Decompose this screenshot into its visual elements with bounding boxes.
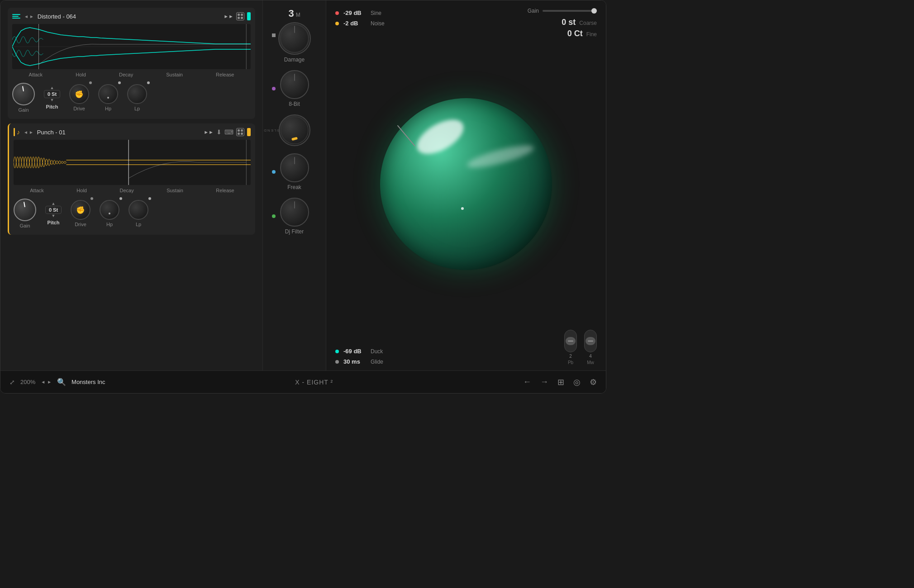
mw-item: 4 Mw xyxy=(584,330,597,365)
sampler1-hp-knob[interactable] xyxy=(98,84,118,104)
sampler1-adsr-labels: Attack Hold Decay Sustain Release xyxy=(12,72,251,77)
expand-icon[interactable]: ⤢ xyxy=(10,379,15,386)
djfilter-row: Dj Filter xyxy=(267,198,321,235)
bit8-dot xyxy=(272,87,276,90)
sampler2-hold-label: Hold xyxy=(76,188,87,193)
sampler2-pitch-display: 0 St xyxy=(45,206,62,214)
search-icon[interactable]: 🔍 xyxy=(57,378,66,386)
sphere-highlight2 xyxy=(466,141,536,172)
sphere xyxy=(380,98,552,270)
sampler2-pitch-down[interactable]: ▼ xyxy=(52,214,56,218)
damage-value: 3 xyxy=(288,8,294,19)
osc-noise-db: -2 dB xyxy=(343,20,366,27)
footer-preset-name: Monsters Inc xyxy=(71,379,105,385)
sampler2-gain-knob[interactable] xyxy=(14,199,36,221)
sampler2-hp-knob[interactable] xyxy=(100,200,119,220)
freak-label: Freak xyxy=(287,184,301,190)
sampler1-drive-knob[interactable]: ✊ xyxy=(69,84,89,104)
footer-right: ← → ⊞ ◎ ⚙ xyxy=(523,377,597,387)
pb-thumb xyxy=(566,337,576,345)
footer-back-button[interactable]: ← xyxy=(523,377,531,387)
footer: ⤢ 200% ◄ ► 🔍 Monsters Inc X - EIGHT ² ← … xyxy=(0,370,606,393)
sampler2-nav-arrows[interactable]: ◄► xyxy=(24,130,33,135)
right-top: -29 dB Sine -2 dB Noise Gain xyxy=(326,0,606,42)
sampler2-controls: ►► ⬇ ⌨ xyxy=(204,128,251,136)
osc-duck-db: -69 dB xyxy=(343,348,366,355)
sampler2-download[interactable]: ⬇ xyxy=(216,128,222,136)
pb-slider[interactable] xyxy=(564,330,577,352)
freak-knob[interactable] xyxy=(280,153,309,182)
bit8-knob[interactable] xyxy=(280,70,309,99)
sampler2-grid-icon[interactable] xyxy=(236,128,244,136)
sampler2-lp-knob[interactable] xyxy=(129,200,148,220)
gain-thumb xyxy=(591,8,597,14)
sampler1-lp-label: Lp xyxy=(134,106,140,111)
bit8-row: 8-Bit xyxy=(267,70,321,107)
mw-slider[interactable] xyxy=(584,330,597,352)
sampler1-grid-icon[interactable] xyxy=(236,12,244,20)
sampler2-adsr-labels: Attack Hold Decay Sustain Release xyxy=(14,188,251,193)
footer-nav-arrows[interactable]: ◄ ► xyxy=(41,379,52,384)
footer-forward-button[interactable]: → xyxy=(540,377,548,387)
sampler1-waveform[interactable] xyxy=(12,24,251,69)
damage-unit: M xyxy=(296,12,300,18)
sampler2-color-bar xyxy=(247,128,251,136)
svg-rect-12 xyxy=(291,137,297,141)
sampler1-pitch-stepper: ▲ 0 St ▼ xyxy=(44,86,60,102)
osc-glide-name: Glide xyxy=(371,359,383,365)
blend-label-side: BLEND xyxy=(263,128,280,133)
sampler1-lp-group: Lp xyxy=(127,84,147,111)
sampler2-lp-group: Lp xyxy=(129,200,148,227)
pb-mw-row: 2 Pb 4 Mw xyxy=(564,330,597,365)
svg-point-10 xyxy=(280,24,308,52)
sampler2-note-icon: ♪ xyxy=(17,128,20,136)
pb-item: 2 Pb xyxy=(564,330,577,365)
pb-value: 2 xyxy=(569,354,572,359)
sphere-container[interactable] xyxy=(326,42,606,326)
sampler1-header: ◄► Distorted - 064 ►► xyxy=(12,12,251,20)
sampler1-pitch-up[interactable]: ▲ xyxy=(50,86,54,90)
osc-noise-name: Noise xyxy=(371,20,385,27)
osc-sine-dot xyxy=(335,11,339,15)
footer-back-arrow[interactable]: ◄ xyxy=(41,379,45,384)
footer-record-button[interactable]: ◎ xyxy=(573,377,581,387)
fine-value: 0 Ct xyxy=(567,29,583,38)
coarse-row: 0 st Coarse xyxy=(562,18,597,27)
gain-slider[interactable] xyxy=(543,10,597,12)
sampler1-nav-arrows[interactable]: ◄► xyxy=(24,14,34,19)
osc-noise-dot xyxy=(335,22,339,25)
sampler1-gain-knob[interactable] xyxy=(12,83,35,105)
sampler1-pitch-down[interactable]: ▼ xyxy=(50,98,54,102)
coarse-label: Coarse xyxy=(579,20,597,26)
sampler1-lp-knob[interactable] xyxy=(127,84,147,104)
sampler2-waveform[interactable] xyxy=(14,140,251,185)
blend-knob[interactable] xyxy=(279,114,310,146)
sampler2-block: ♪ ◄► Punch - 01 ►► ⬇ ⌨ xyxy=(8,123,255,235)
footer-forward-arrow[interactable]: ► xyxy=(47,379,52,384)
sampler2-decay-label: Decay xyxy=(119,188,133,193)
master-controls: Gain 0 st Coarse 0 Ct Fine xyxy=(528,8,597,38)
pitch-params: 0 st Coarse 0 Ct Fine xyxy=(562,18,597,38)
right-bottom: -69 dB Duck 30 ms Glide xyxy=(326,326,606,370)
menu-icon[interactable] xyxy=(12,14,20,19)
sampler2-piano[interactable]: ⌨ xyxy=(224,128,233,136)
bottom-osc-list: -69 dB Duck 30 ms Glide xyxy=(335,348,383,365)
damage-row: 3 M Damage xyxy=(267,8,321,63)
footer-left: ⤢ 200% ◄ ► 🔍 Monsters Inc xyxy=(10,378,105,386)
sampler2-play[interactable]: ►► xyxy=(204,129,214,135)
sampler1-play[interactable]: ►► xyxy=(224,14,233,19)
damage-knob[interactable] xyxy=(278,22,311,55)
osc-item-sine: -29 dB Sine xyxy=(335,9,385,16)
mw-thumb xyxy=(586,337,595,345)
footer-grid-button[interactable]: ⊞ xyxy=(557,377,564,387)
sampler2-sustain-label: Sustain xyxy=(167,188,183,193)
left-panel: ◄► Distorted - 064 ►► xyxy=(0,0,263,370)
sampler2-pitch-up[interactable]: ▲ xyxy=(52,202,56,206)
sampler2-hp-label: Hp xyxy=(106,222,113,227)
footer-settings-button[interactable]: ⚙ xyxy=(590,377,597,387)
sampler2-drive-knob[interactable]: ✊ xyxy=(71,200,90,220)
sampler1-sustain-label: Sustain xyxy=(166,72,183,77)
sampler2-hp-group: Hp xyxy=(100,200,119,227)
djfilter-knob[interactable] xyxy=(280,198,309,227)
djfilter-label: Dj Filter xyxy=(285,228,304,235)
